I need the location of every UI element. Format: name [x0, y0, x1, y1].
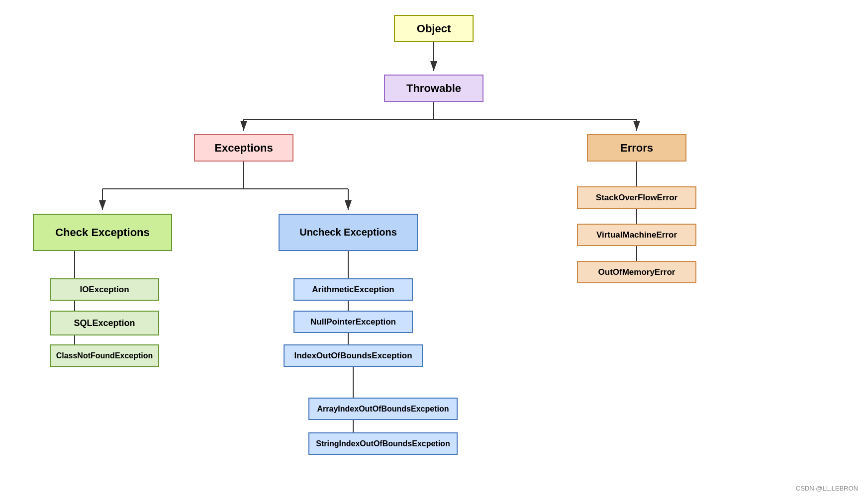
node-outofmemoryerror-label: OutOfMemoryError	[598, 267, 675, 277]
node-arithmeticexception-label: ArithmeticException	[312, 285, 394, 295]
node-object: Object	[394, 15, 474, 42]
node-outofmemoryerror: OutOfMemoryError	[577, 261, 696, 283]
node-nullpointerexception: NullPointerException	[293, 311, 413, 333]
node-nullpointerexception-label: NullPointerException	[310, 317, 396, 327]
node-check-exceptions-label: Check Exceptions	[55, 226, 150, 239]
node-virtualmachineerror-label: VirtualMachineError	[596, 230, 677, 240]
node-stackoverflowerror-label: StackOverFlowError	[596, 193, 677, 203]
node-classnotfoundexception-label: ClassNotFoundException	[56, 351, 153, 360]
node-errors: Errors	[587, 134, 686, 162]
node-exceptions: Exceptions	[194, 134, 293, 162]
node-arrayindexoutofboundsexcpetion-label: ArrayIndexOutOfBoundsExcpetion	[317, 405, 449, 414]
node-virtualmachineerror: VirtualMachineError	[577, 224, 696, 246]
watermark-text: CSDN @LL.LEBRON	[796, 485, 858, 492]
node-ioexception-label: IOException	[80, 285, 129, 295]
node-uncheck-exceptions-label: Uncheck Exceptions	[299, 227, 397, 238]
node-arithmeticexception: ArithmeticException	[293, 278, 413, 301]
node-exceptions-label: Exceptions	[214, 142, 273, 155]
node-ioexception: IOException	[50, 278, 159, 301]
node-throwable: Throwable	[384, 75, 483, 102]
watermark: CSDN @LL.LEBRON	[796, 485, 858, 492]
node-check-exceptions: Check Exceptions	[33, 214, 172, 251]
node-indexoutofboundsexception: IndexOutOfBoundsException	[284, 344, 423, 367]
node-errors-label: Errors	[620, 142, 653, 155]
node-indexoutofboundsexception-label: IndexOutOfBoundsException	[294, 351, 412, 361]
node-uncheck-exceptions: Uncheck Exceptions	[279, 214, 418, 251]
node-classnotfoundexception: ClassNotFoundException	[50, 344, 159, 367]
node-stringindexoutofboundsexcpetion-label: StringIndexOutOfBoundsExcpetion	[316, 439, 450, 448]
node-sqlexception-label: SQLException	[74, 318, 135, 329]
node-stackoverflowerror: StackOverFlowError	[577, 186, 696, 209]
node-object-label: Object	[417, 22, 451, 35]
node-stringindexoutofboundsexcpetion: StringIndexOutOfBoundsExcpetion	[308, 432, 458, 455]
node-arrayindexoutofboundsexcpetion: ArrayIndexOutOfBoundsExcpetion	[308, 398, 458, 420]
diagram-container: Object Throwable Exceptions Errors Check…	[0, 0, 868, 497]
node-sqlexception: SQLException	[50, 311, 159, 335]
node-throwable-label: Throwable	[406, 82, 461, 95]
